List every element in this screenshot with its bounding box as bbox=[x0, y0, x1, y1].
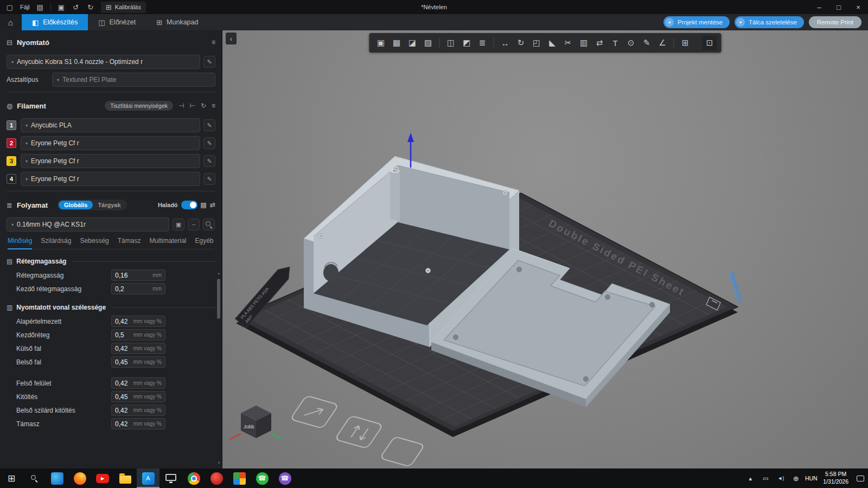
viewport-3d[interactable]: ‹ ▣ ▦ ◪ ▨ ◫ ◩ ≣ ↔ ↻ ◰ ◣ ✂ ▥ ⇄ T ⊙ ✎ ∠ ⊞ … bbox=[222, 30, 868, 468]
filament-select[interactable]: ▾ Eryone Petg Cf r bbox=[21, 154, 200, 168]
param-value[interactable]: 0,45 bbox=[112, 358, 133, 366]
param-input[interactable]: 0,2 mm bbox=[111, 283, 165, 294]
filament-edit-button[interactable]: ✎ bbox=[203, 173, 215, 185]
param-input[interactable]: 0,42 mm vagy % bbox=[111, 343, 165, 354]
scene-canvas[interactable]: Double Sided PEI Sheet Névtelen PLA ABS … bbox=[222, 30, 868, 468]
battery-button[interactable]: ▭ bbox=[758, 468, 773, 488]
scrollbar-thumb[interactable] bbox=[217, 279, 220, 319]
tab-prepare[interactable]: ◧ Előkészítés bbox=[22, 14, 88, 30]
plate-name-text[interactable]: Névtelen bbox=[727, 271, 745, 304]
plate-action-icon-3[interactable] bbox=[380, 436, 425, 467]
remote-print-button[interactable]: Remote Print bbox=[809, 16, 861, 28]
tray-expand-button[interactable]: ▴ bbox=[743, 468, 758, 488]
calibration-button[interactable]: ⊞ Kalibrálás bbox=[101, 2, 146, 13]
taskbar-app-red[interactable] bbox=[205, 468, 228, 488]
filament-edit-button[interactable]: ✎ bbox=[203, 137, 215, 149]
seam-icon[interactable]: ⊙ bbox=[624, 36, 639, 50]
taskbar-app-media[interactable] bbox=[46, 468, 68, 488]
tab-others[interactable]: Egyéb bbox=[195, 237, 213, 249]
rotate-icon[interactable]: ↻ bbox=[514, 36, 528, 50]
variable-layer-height-icon[interactable]: ≣ bbox=[475, 36, 490, 50]
measure-icon[interactable]: ∠ bbox=[655, 36, 670, 50]
param-value[interactable]: 0,42 bbox=[112, 407, 133, 414]
split-to-parts-icon[interactable]: ◩ bbox=[459, 36, 474, 50]
bed-type-select[interactable]: ▾ Textured PEI Plate bbox=[52, 73, 215, 87]
param-input[interactable]: 0,45 mm vagy % bbox=[111, 356, 165, 368]
file-menu[interactable]: Fájl bbox=[20, 4, 30, 10]
flushing-volumes-button[interactable]: Tisztítási mennyiségek bbox=[105, 101, 173, 111]
param-input[interactable]: 0,42 mm vagy % bbox=[111, 377, 165, 389]
taskbar-search-button[interactable] bbox=[23, 468, 46, 488]
process-list-icon[interactable]: ▤ bbox=[201, 201, 207, 209]
notification-center-button[interactable] bbox=[853, 468, 868, 488]
new-file-icon[interactable]: ▢ bbox=[5, 3, 14, 11]
slice-plate-button[interactable]: ▾ Tálca szeletelése bbox=[735, 16, 804, 28]
add-image-icon[interactable]: ▨ bbox=[421, 36, 436, 50]
filament-edit-button[interactable]: ✎ bbox=[203, 155, 215, 167]
param-value[interactable]: 0,42 bbox=[112, 318, 133, 325]
scope-global-button[interactable]: Globális bbox=[59, 201, 93, 209]
save-icon[interactable]: ▣ bbox=[57, 3, 66, 11]
profile-save-button[interactable]: ▣ bbox=[173, 219, 184, 230]
taskbar-app-firefox[interactable] bbox=[68, 468, 91, 488]
taskbar-app-youtube[interactable]: ▶ bbox=[91, 468, 114, 488]
tab-preview[interactable]: ◫ Előnézet bbox=[88, 14, 146, 30]
printer-edit-button[interactable]: ✎ bbox=[203, 56, 215, 68]
taskbar-app-office[interactable] bbox=[228, 468, 251, 488]
scroll-up-icon[interactable]: ▴ bbox=[216, 271, 221, 275]
filament-color-badge[interactable]: 2 bbox=[7, 138, 16, 148]
param-input[interactable]: 0,16 mm bbox=[111, 269, 165, 281]
undo-icon[interactable]: ↺ bbox=[72, 3, 80, 11]
param-input[interactable]: 0,42 mm vagy % bbox=[111, 404, 165, 416]
chevron-down-icon[interactable]: ▾ bbox=[736, 18, 745, 27]
arrange-plates-icon[interactable]: ⊡ bbox=[703, 36, 717, 50]
plate-action-icon-1[interactable] bbox=[290, 396, 339, 429]
filament-edit-button[interactable]: ✎ bbox=[203, 119, 215, 131]
taskbar-app-viber[interactable]: ☎ bbox=[273, 468, 296, 488]
tab-workbench[interactable]: ⊞ Munkapad bbox=[146, 14, 208, 30]
home-button[interactable]: ⌂ bbox=[0, 14, 22, 30]
filament-select[interactable]: ▾ Eryone Petg Cf r bbox=[21, 136, 200, 150]
close-button[interactable]: × bbox=[848, 0, 868, 14]
printer-settings-icon[interactable]: ≡ bbox=[212, 38, 215, 46]
taskbar-app-slicer[interactable]: A bbox=[137, 468, 159, 488]
plate-action-icon-2[interactable] bbox=[335, 416, 383, 449]
paint-icon[interactable]: ✎ bbox=[640, 36, 654, 50]
taskbar-app-display[interactable] bbox=[159, 468, 182, 488]
advanced-toggle[interactable] bbox=[181, 201, 197, 209]
param-value[interactable]: 0,2 bbox=[112, 285, 152, 293]
clone-icon[interactable]: ▥ bbox=[577, 36, 591, 50]
arrange-icon[interactable]: ▦ bbox=[390, 36, 404, 50]
mirror-icon[interactable]: ⇄ bbox=[592, 36, 607, 50]
printer-select[interactable]: ▾ Anycubic Kobra S1 0.4 nozzle - Optimiz… bbox=[7, 55, 200, 69]
taskbar-app-whatsapp[interactable]: ☎ bbox=[251, 468, 273, 488]
filament-select[interactable]: ▾ Eryone Petg Cf r bbox=[21, 172, 200, 186]
redo-icon[interactable]: ↻ bbox=[86, 3, 95, 11]
param-input[interactable]: 0,42 mm vagy % bbox=[111, 418, 165, 429]
param-input[interactable]: 0,45 mm vagy % bbox=[111, 391, 165, 402]
sidebar-collapse-button[interactable]: ‹ bbox=[226, 33, 237, 44]
filament-color-badge[interactable]: 4 bbox=[7, 174, 16, 184]
orientation-cube[interactable]: Jobb bbox=[230, 406, 282, 439]
param-value[interactable]: 0,16 bbox=[112, 272, 152, 279]
clock[interactable]: 5:58 PM 1/31/2026 bbox=[819, 471, 853, 485]
minimize-button[interactable]: – bbox=[809, 0, 829, 14]
add-object-icon[interactable]: ▣ bbox=[374, 36, 388, 50]
language-indicator[interactable]: HUN bbox=[803, 468, 819, 488]
chevron-down-icon[interactable]: ▾ bbox=[665, 18, 674, 27]
place-on-face-icon[interactable]: ◣ bbox=[545, 36, 560, 50]
scroll-down-icon[interactable]: ▾ bbox=[216, 461, 221, 465]
tab-strength[interactable]: Szilárdság bbox=[41, 237, 71, 249]
param-input[interactable]: 0,5 mm vagy % bbox=[111, 329, 165, 341]
save-project-button[interactable]: ▾ Projekt mentése bbox=[663, 16, 730, 28]
param-value[interactable]: 0,5 bbox=[112, 331, 133, 339]
filament-remove-icon[interactable]: ⊣ bbox=[178, 102, 184, 110]
profile-delete-button[interactable]: − bbox=[188, 219, 200, 230]
param-input[interactable]: 0,42 mm vagy % bbox=[111, 316, 165, 327]
volume-button[interactable]: ◄) bbox=[773, 468, 788, 488]
filament-sync-icon[interactable]: ↻ bbox=[201, 102, 206, 110]
clipboard-icon[interactable]: ▤ bbox=[36, 3, 44, 11]
auto-orient-icon[interactable]: ◪ bbox=[405, 36, 420, 50]
taskbar-app-chrome[interactable] bbox=[182, 468, 205, 488]
filament-settings-icon[interactable]: ≡ bbox=[212, 102, 215, 110]
